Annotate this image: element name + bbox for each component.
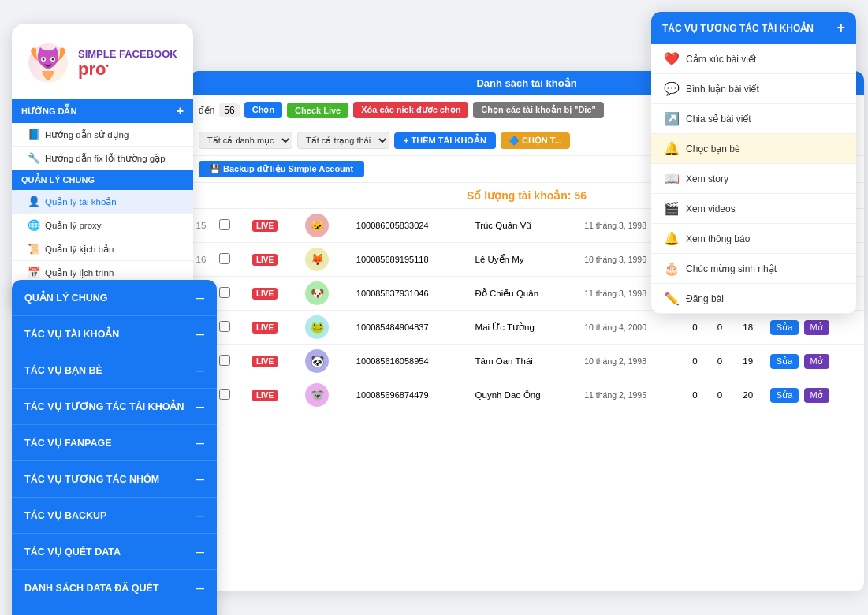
select-trangthai[interactable]: Tất cả trạng thái	[297, 132, 389, 149]
btn-check-live[interactable]: Check Live	[287, 102, 348, 118]
minus-icon-2: –	[196, 362, 204, 378]
plus-icon[interactable]: +	[836, 20, 845, 36]
btn-mo-5[interactable]: Mở	[804, 388, 829, 403]
scroll-icon: 📜	[28, 243, 40, 255]
btn-sua-4[interactable]: Sửa	[770, 354, 799, 369]
rp-label-2: Chia sẻ bài viết	[686, 114, 751, 125]
svg-point-3	[43, 58, 45, 61]
expand-huongdan-icon[interactable]: +	[177, 104, 184, 118]
rp-icon-0: ❤️	[664, 51, 680, 66]
row-col1: 0	[683, 378, 707, 412]
table-row: 20 LIVE 🐨 100085696874479 Quynh Dao Ông …	[189, 378, 864, 412]
row-avatar: 🐱	[299, 209, 349, 243]
sidebar-item-huongdan-fix[interactable]: 🔧 Hướng dẫn fix lỗi thường gặp	[12, 147, 193, 170]
row-avatar: 🐨	[299, 378, 349, 412]
row-checkbox[interactable]	[213, 209, 246, 243]
row-checkbox[interactable]	[213, 378, 246, 412]
sidebar-item-proxy[interactable]: 🌐 Quản lý proxy	[12, 214, 193, 237]
row-checkbox[interactable]	[213, 243, 246, 277]
row-col1: 0	[683, 311, 707, 345]
sidebar-blue-item-tacvutuongtac[interactable]: TÁC VỤ TƯƠNG TÁC TÀI KHOẢN –	[12, 389, 217, 425]
right-panel-items: ❤️ Cảm xúc bài viết💬 Bình luận bài viết↗…	[651, 44, 856, 314]
select-danhmuc[interactable]: Tất cả danh mục	[199, 132, 292, 149]
right-panel-item-1[interactable]: 💬 Bình luận bài viết	[651, 74, 856, 104]
row-uid: 100085616058954	[350, 345, 469, 378]
row-uid: 100085696874479	[350, 378, 469, 412]
sidebar-blue-item-tacvubanbe[interactable]: TÁC VỤ BẠN BÈ –	[12, 352, 217, 389]
right-panel-item-2[interactable]: ↗️ Chia sẻ bài viết	[651, 104, 856, 134]
sidebar-blue-item-fanpage[interactable]: TÁC VỤ FANPAGE –	[12, 425, 217, 461]
sidebar-blue-item-tacvukhac[interactable]: TÁC VỤ KHÁC –	[12, 606, 217, 615]
row-col2: 0	[707, 311, 732, 345]
btn-chon[interactable]: Chọn	[244, 102, 282, 118]
btn-mo-3[interactable]: Mở	[804, 320, 829, 335]
sidebar-blue-item-tacvutaikhoan[interactable]: TÁC VỤ TÀI KHOẢN –	[12, 316, 217, 352]
sidebar-blue-item-quetdata[interactable]: TÁC VỤ QUÉT DATA –	[12, 534, 217, 570]
right-panel-item-8[interactable]: ✏️ Đăng bài	[651, 284, 856, 314]
section-header-huongdan: HƯỚNG DẪN +	[12, 99, 193, 123]
rp-icon-4: 📖	[664, 171, 680, 186]
btn-backup[interactable]: 💾 Backup dữ liệu Simple Account	[199, 161, 364, 177]
row-checkbox[interactable]	[213, 345, 246, 378]
row-dob: 11 tháng 2, 1995	[578, 378, 683, 412]
sidebar-blue-item-backup[interactable]: TÁC VỤ BACKUP –	[12, 498, 217, 534]
rp-label-5: Xem videos	[686, 203, 736, 214]
sidebar-blue-item-tuongtacnhom[interactable]: TÁC VỤ TƯƠNG TÁC NHÓM –	[12, 461, 217, 498]
row-name: Mai Ức Tường	[469, 311, 579, 345]
minus-icon-7: –	[196, 543, 204, 560]
row-dob: 10 tháng 4, 2000	[578, 311, 683, 345]
row-status: LIVE	[246, 209, 299, 243]
btn-xoa[interactable]: Xóa các nick được chọn	[353, 102, 468, 118]
sidebar-item-huongdan-sudung[interactable]: 📘 Hướng dẫn sử dụng	[12, 123, 193, 147]
book-icon: 📘	[28, 129, 40, 140]
rp-label-7: Chúc mừng sinh nhật	[686, 263, 777, 274]
minus-icon-3: –	[196, 398, 204, 415]
rp-label-4: Xem story	[686, 173, 728, 184]
row-uid: 100085484904837	[350, 311, 469, 345]
right-panel-item-5[interactable]: 🎬 Xem videos	[651, 194, 856, 224]
rp-label-1: Bình luận bài viết	[686, 84, 759, 95]
row-dob: 10 tháng 2, 1998	[578, 345, 683, 378]
btn-them-taikhoan[interactable]: + THÊM TÀI KHOẢN	[394, 132, 496, 149]
row-checkbox[interactable]	[213, 311, 246, 345]
sidebar-blue-item-quanly[interactable]: QUẢN LÝ CHUNG –	[12, 280, 217, 316]
btn-chon-bi[interactable]: Chọn các tài khoản bị "Die"	[473, 102, 603, 118]
sidebar-blue: QUẢN LÝ CHUNG – TÁC VỤ TÀI KHOẢN – TÁC V…	[12, 280, 217, 615]
right-panel-item-7[interactable]: 🎂 Chúc mừng sinh nhật	[651, 254, 856, 284]
row-status: LIVE	[246, 311, 299, 345]
rp-label-6: Xem thông báo	[686, 233, 750, 244]
globe-icon: 🌐	[28, 219, 40, 231]
right-panel-item-3[interactable]: 🔔 Chọc bạn bè	[651, 134, 856, 164]
row-col3: 20	[732, 378, 764, 412]
sidebar-blue-item-danhsachdata[interactable]: DANH SÁCH DATA ĐÃ QUÉT –	[12, 570, 217, 606]
minus-icon-8: –	[196, 580, 204, 596]
right-panel-item-0[interactable]: ❤️ Cảm xúc bài viết	[651, 44, 856, 74]
row-uid: 100086005833024	[350, 209, 469, 243]
btn-sua-5[interactable]: Sửa	[770, 388, 799, 403]
account-count-number: 56	[574, 189, 587, 202]
svg-point-4	[52, 58, 54, 61]
row-name: Trúc Quân Vũ	[469, 209, 579, 243]
toolbar-count: 56	[219, 103, 239, 117]
rp-icon-5: 🎬	[664, 201, 680, 216]
sidebar-item-kichban[interactable]: 📜 Quản lý kịch bản	[12, 237, 193, 261]
row-checkbox[interactable]	[213, 277, 246, 311]
btn-sua-3[interactable]: Sửa	[770, 320, 799, 335]
app-container: SIMPLE FACEBOOK pro• HƯỚNG DẪN + 📘 Hướng…	[0, 0, 868, 615]
btn-chon-tai[interactable]: 🔷 CHỌN T...	[501, 132, 570, 149]
rp-icon-1: 💬	[664, 81, 680, 96]
right-panel-item-6[interactable]: 🔔 Xem thông báo	[651, 224, 856, 254]
sidebar-item-taikhoan[interactable]: 👤 Quản lý tài khoản	[12, 190, 193, 214]
row-name: Quynh Dao Ông	[469, 378, 579, 412]
row-uid: 100085837931046	[350, 277, 469, 311]
row-actions: Sửa Mở	[764, 311, 864, 345]
row-uid: 100085689195118	[350, 243, 469, 277]
rp-icon-6: 🔔	[664, 231, 680, 246]
btn-mo-4[interactable]: Mở	[804, 354, 829, 369]
rp-label-8: Đăng bài	[686, 293, 724, 304]
logo-pro: pro•	[78, 61, 177, 78]
right-panel-item-4[interactable]: 📖 Xem story	[651, 164, 856, 194]
row-status: LIVE	[246, 378, 299, 412]
user-icon: 👤	[28, 196, 40, 207]
row-status: LIVE	[246, 277, 299, 311]
